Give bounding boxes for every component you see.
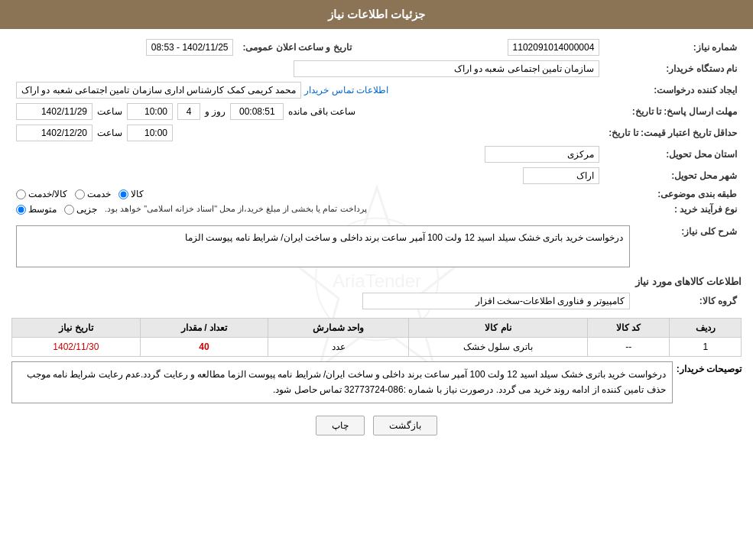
category-kala-label: کالا — [131, 189, 144, 199]
col-row-num: ردیف — [670, 319, 742, 338]
contact-link[interactable]: اطلاعات تماس خریدار — [304, 85, 388, 95]
products-table: ردیف کد کالا نام کالا واحد شمارش تعداد /… — [11, 318, 742, 357]
cell-need-date: 1402/11/30 — [12, 338, 141, 357]
remaining-time: 00:08:51 — [230, 103, 284, 120]
general-desc-label: شرح کلی نیاز: — [635, 223, 742, 270]
reply-time-label: ساعت — [97, 106, 122, 117]
need-number-label: شماره نیاز: — [604, 37, 742, 58]
product-group-value: کامپیوتر و فناوری اطلاعات-سخت افزار — [362, 293, 630, 309]
general-desc-value: درخواست خرید باتری خشک سیلد اسید 12 ولت … — [16, 225, 630, 267]
process-motawaset-label: متوسط — [28, 204, 57, 215]
price-validity-time-label: ساعت — [97, 128, 122, 138]
category-kala-option: کالا — [118, 189, 144, 199]
price-validity-date: 1402/12/20 — [16, 125, 93, 141]
buyer-notes-section: توصیحات خریدار: درخواست خرید باتری خشک س… — [11, 361, 742, 403]
col-unit: واحد شمارش — [268, 319, 409, 338]
col-need-date: تاریخ نیاز — [12, 319, 141, 338]
reply-deadline-label: مهلت ارسال پاسخ: تا تاریخ: — [604, 101, 742, 122]
category-kala-khadamat-option: کالا/خدمت — [16, 189, 67, 199]
category-label: طبقه بندی موضوعی: — [604, 186, 742, 202]
category-khadamat-label: خدمت — [87, 189, 111, 199]
buyer-org-value: سازمان تامین اجتماعی شعبه دو اراک — [294, 60, 599, 77]
cell-product-code: -- — [588, 338, 670, 357]
col-quantity: تعداد / مقدار — [140, 319, 268, 338]
reply-days-label: روز و — [205, 106, 226, 117]
cell-quantity: 40 — [140, 338, 268, 357]
bottom-buttons: بازگشت چاپ — [11, 408, 742, 447]
buyer-notes-label: توصیحات خریدار: — [677, 361, 742, 374]
category-kala-khadamat-radio[interactable] — [16, 189, 26, 199]
process-motawaset-radio[interactable] — [16, 205, 26, 215]
process-jozyi-radio[interactable] — [64, 205, 74, 215]
category-khadamat-option: خدمت — [75, 189, 111, 199]
delivery-city-label: شهر محل تحویل: — [604, 165, 742, 186]
cell-product-name: باتری سلول خشک — [408, 338, 587, 357]
buyer-notes-value: درخواست خرید باتری خشک سیلد اسید 12 ولت … — [11, 361, 673, 403]
remaining-label: ساعت باقی مانده — [288, 106, 355, 117]
delivery-city-value: اراک — [523, 167, 599, 184]
announce-datetime-label: تاریخ و ساعت اعلان عمومی: — [238, 37, 366, 58]
process-type-label: نوع فرآیند خرید : — [604, 202, 742, 217]
col-product-name: نام کالا — [408, 319, 587, 338]
process-motawaset-option: متوسط — [16, 204, 57, 215]
reply-date: 1402/11/29 — [16, 103, 93, 120]
products-title: اطلاعات کالاهای مورد نیاز — [11, 276, 742, 287]
reply-days: 4 — [177, 103, 200, 120]
page-title: جزئیات اطلاعات نیاز — [328, 8, 425, 21]
back-button[interactable]: بازگشت — [373, 416, 437, 435]
category-khadamat-radio[interactable] — [75, 189, 85, 199]
price-validity-label: حداقل تاریخ اعتبار قیمت: تا تاریخ: — [604, 122, 742, 144]
process-jozyi-option: جزیی — [64, 204, 97, 215]
table-row: 1 -- باتری سلول خشک عدد 40 1402/11/30 — [12, 338, 742, 357]
buyer-org-label: نام دستگاه خریدار: — [604, 58, 742, 79]
col-product-code: کد کالا — [588, 319, 670, 338]
page-header: جزئیات اطلاعات نیاز — [0, 0, 753, 29]
requester-value: محمد کریمی کمک کارشناس اداری سازمان تامی… — [16, 82, 301, 99]
category-kala-radio[interactable] — [118, 189, 128, 199]
process-jozyi-label: جزیی — [76, 204, 97, 215]
cell-unit: عدد — [268, 338, 409, 357]
announce-datetime-value: 1402/11/25 - 08:53 — [146, 39, 234, 56]
print-button[interactable]: چاپ — [316, 416, 365, 435]
delivery-province-label: استان محل تحویل: — [604, 144, 742, 165]
category-kala-khadamat-label: کالا/خدمت — [28, 189, 67, 199]
process-description: پرداخت تمام یا بخشی از مبلغ خرید،از محل … — [105, 204, 367, 214]
cell-row-num: 1 — [670, 338, 742, 357]
product-group-label: گروه کالا: — [635, 290, 742, 312]
delivery-province-value: مرکزی — [485, 146, 599, 163]
price-validity-time: 10:00 — [127, 125, 173, 141]
need-number-value: 1102091014000004 — [508, 39, 600, 56]
requester-label: ایجاد کننده درخواست: — [604, 79, 742, 101]
reply-time: 10:00 — [127, 103, 173, 120]
